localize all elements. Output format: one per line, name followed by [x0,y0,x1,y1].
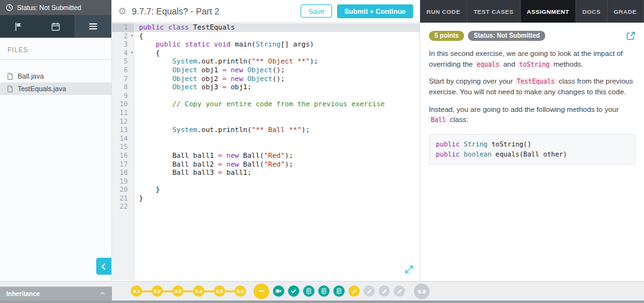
code-line-6[interactable]: 6 Object obj1 = new Object(); [112,66,419,75]
settings-gear-icon[interactable]: ⚙ [118,6,126,16]
bottom-nav-item-9-1[interactable]: 9.1 [131,285,152,297]
file-item-testequals-java[interactable]: TestEquals.java [0,82,111,95]
text-token: new [226,152,239,160]
code-line-12[interactable]: 12 [112,118,419,126]
code-line-15[interactable]: 15 [112,143,419,152]
files-nav-button[interactable] [74,15,111,38]
bottom-nav-item-doc[interactable] [318,285,330,297]
external-link-icon [626,31,635,40]
code-line-8[interactable]: 8 Object obj3 = obj1; [112,83,419,92]
text-token: .out.println( [197,126,252,134]
text-token: obj1 [197,66,223,74]
fold-caret-icon[interactable]: ▾ [130,50,133,55]
lesson-nav-track: 9.19.29.39.49.59.69.8 [112,282,644,300]
code-line-13[interactable]: 13 System.out.println("** Ball **"); [112,126,419,135]
text-token: toString() [487,140,531,148]
code-line-21[interactable]: 21} [112,194,419,203]
tab-bar: RUN CODETEST CASESASSIGNMENTDOCSGRADEMOR… [420,0,644,23]
text-token: { [139,49,160,57]
save-button[interactable]: Save [301,4,331,18]
file-icon [6,85,14,93]
line-number: 20 [112,185,134,194]
bottom-edge-divider [0,300,644,303]
code-line-20[interactable]: 20 } [112,185,419,194]
module-bar[interactable]: Inheritance [0,287,112,300]
code-line-5[interactable]: 5 System.out.println("** Object **"); [112,57,419,66]
code-line-11[interactable]: 11 [112,109,419,118]
submit-continue-button[interactable]: Submit + Continue [337,4,413,18]
code-line-22[interactable]: 22 [112,202,419,211]
line-number: 16 [112,152,134,160]
text-token: and [501,60,518,68]
open-external-button[interactable] [626,31,635,40]
bottom-nav-item-doc[interactable] [333,285,345,297]
line-number: 6 [112,66,134,75]
files-header: FILES [0,38,111,59]
bottom-nav-item-9-3[interactable]: 9.3 [172,285,193,297]
calendar-nav-button[interactable] [37,15,74,38]
line-number: 21 [112,194,134,203]
flag-nav-button[interactable] [0,15,37,38]
code-line-17[interactable]: 17 Ball ball2 = new Ball("Red"); [112,160,419,169]
bottom-nav-item-dash[interactable] [253,284,269,299]
bottom-nav-item-9-6[interactable]: 9.6 [235,285,246,297]
bottom-nav-item-pencil[interactable] [394,285,405,297]
code-line-14[interactable]: 14 [112,135,419,143]
bottom-nav-item-pencil[interactable] [364,285,375,297]
code-line-7[interactable]: 7 Object obj2 = new Object(); [112,75,419,84]
bottom-nav-item-9-8[interactable]: 9.8 [414,284,430,299]
tab-assignment[interactable]: ASSIGNMENT [520,0,575,23]
code-text: System.out.println("** Ball **"); [134,126,310,135]
code-line-9[interactable]: 9 [112,92,419,101]
code-line-10[interactable]: 10 // Copy your entire code from the pre… [112,100,419,109]
text-token: "Red" [264,160,285,168]
code-line-16[interactable]: 16 Ball ball1 = new Ball("Red"); [112,152,419,160]
text-token: Object [172,66,197,74]
bottom-nav-item-9-2[interactable]: 9.2 [152,285,172,297]
pencil-icon [379,285,390,297]
line-number: 22 [112,202,134,211]
bottom-nav-item-9-5[interactable]: 9.5 [214,285,235,297]
code-text: // Copy your entire code from the previo… [134,100,385,109]
text-token [139,40,156,48]
code-line-18[interactable]: 18 Ball ball3 = ball1; [112,168,419,177]
code-line-2[interactable]: 2▾{ [112,32,419,41]
bottom-nav-item-doc[interactable] [303,285,314,297]
line-number: 13 [112,126,134,135]
text-token: TestEquals [189,23,235,31]
code-line-4[interactable]: 4▾ { [112,49,419,58]
bottom-nav-item-pencil[interactable] [379,285,390,297]
text-token: obj3 [197,83,223,91]
files-divider [0,59,111,60]
tab-docs[interactable]: DOCS [575,0,607,23]
text-token: Instead, you are going to add the follow… [429,106,619,113]
video-icon [273,285,284,297]
text-token [139,57,172,65]
file-item-ball-java[interactable]: Ball.java [0,70,111,82]
text-token: Start by copying over your [429,77,515,85]
expand-arrows-icon [405,265,413,273]
tab-grade[interactable]: GRADE [607,0,643,23]
bottom-nav-item-9-4[interactable]: 9.4 [193,285,214,297]
bottom-nav-item-video[interactable] [273,285,284,297]
text-token [139,100,172,108]
text-token: void [214,40,231,48]
collapse-sidebar-button[interactable] [96,258,111,275]
text-token: System [172,57,197,65]
line-number: 3 [112,40,134,49]
fold-caret-icon[interactable]: ▾ [130,33,133,38]
code-area[interactable]: 1public class TestEquals2▾{3 public stat… [112,23,419,280]
code-line-3[interactable]: 3 public static void main(String[] args) [112,40,419,49]
expand-editor-button[interactable] [405,265,413,275]
text-token: static [185,40,210,48]
bottom-nav-item-check[interactable] [288,285,299,297]
tab-test-cases[interactable]: TEST CASES [467,0,520,23]
code-text [134,202,139,211]
text-token: obj2 [197,75,223,83]
code-line-1[interactable]: 1public class TestEquals [112,23,419,32]
code-line-19[interactable]: 19 [112,177,419,186]
bottom-nav-item-pencil[interactable] [348,285,360,297]
nav-circle-label: 9.8 [414,284,430,299]
code-text: } [134,194,143,203]
tab-run-code[interactable]: RUN CODE [420,0,467,23]
